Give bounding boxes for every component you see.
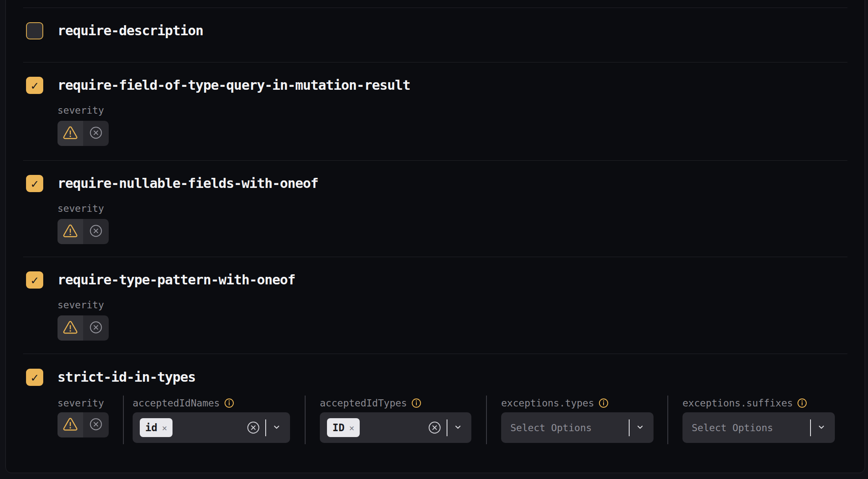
- accepted-id-types-group: acceptedIdTypes ID ✕: [320, 397, 471, 443]
- chip-text: ID: [332, 422, 345, 434]
- warning-triangle-icon: [63, 126, 78, 139]
- accepted-id-names-label: acceptedIdNames: [133, 397, 290, 409]
- clear-selection-icon: [247, 421, 260, 434]
- rule-row-require-nullable-fields-with-oneof: ✓ require-nullable-fields-with-oneof sev…: [23, 160, 847, 257]
- rule-options-row: severity acceptedIdNames: [58, 397, 847, 444]
- accepted-id-names-select[interactable]: id ✕: [133, 412, 290, 443]
- option-label-text: exceptions.types: [501, 398, 594, 409]
- chevron-down-icon: [635, 422, 645, 432]
- select-placeholder: Select Options: [690, 422, 773, 433]
- clear-select-button[interactable]: [247, 421, 260, 434]
- severity-label: severity: [58, 104, 847, 116]
- severity-warn-button[interactable]: [58, 315, 83, 341]
- exceptions-types-group: exceptions.types Select Options: [501, 397, 654, 443]
- select-divider: [447, 419, 447, 436]
- rule-title: require-type-pattern-with-oneof: [58, 271, 295, 289]
- remove-chip-icon[interactable]: ✕: [162, 423, 167, 433]
- group-divider: [123, 396, 124, 444]
- exceptions-types-select[interactable]: Select Options: [501, 412, 654, 443]
- exceptions-suffixes-group: exceptions.suffixes Select Options: [682, 397, 835, 443]
- open-select-button[interactable]: [453, 422, 463, 434]
- remove-chip-icon[interactable]: ✕: [349, 423, 354, 433]
- rule-checkbox[interactable]: ✓: [26, 271, 43, 289]
- info-icon[interactable]: [224, 398, 234, 408]
- accepted-id-types-label: acceptedIdTypes: [320, 397, 471, 409]
- rule-title: require-field-of-type-query-in-mutation-…: [58, 77, 410, 94]
- severity-toggle: [58, 121, 109, 146]
- group-divider: [486, 396, 487, 444]
- clear-selection-icon: [428, 421, 441, 434]
- severity-warn-button[interactable]: [58, 412, 83, 437]
- severity-off-button[interactable]: [83, 412, 109, 437]
- rule-checkbox[interactable]: ✓: [26, 369, 43, 386]
- panel-top-spacer: [23, 0, 847, 8]
- chevron-down-icon: [272, 422, 282, 432]
- open-select-button[interactable]: [272, 422, 282, 434]
- rule-checkbox[interactable]: ✓: [26, 175, 43, 192]
- rule-row-require-field-of-type-query-in-mutation-result: ✓ require-field-of-type-query-in-mutatio…: [23, 62, 847, 160]
- selected-chip: id ✕: [140, 418, 173, 437]
- rule-row-strict-id-in-types: ✓ strict-id-in-types severity acceptedId…: [23, 354, 847, 473]
- accepted-id-types-select[interactable]: ID ✕: [320, 412, 471, 443]
- accepted-id-names-group: acceptedIdNames id ✕: [133, 397, 290, 443]
- rule-title: strict-id-in-types: [58, 369, 196, 386]
- circle-x-icon: [89, 418, 102, 431]
- chip-text: id: [145, 422, 157, 434]
- severity-toggle: [58, 412, 109, 437]
- info-icon[interactable]: [411, 398, 421, 408]
- option-label-text: exceptions.suffixes: [682, 398, 793, 409]
- rule-checkbox[interactable]: ✓: [26, 77, 43, 94]
- info-icon[interactable]: [797, 398, 807, 408]
- severity-warn-button[interactable]: [58, 121, 83, 146]
- info-icon[interactable]: [411, 398, 421, 408]
- severity-off-button[interactable]: [83, 315, 109, 341]
- severity-warn-button[interactable]: [58, 219, 83, 244]
- severity-group: severity: [58, 397, 123, 437]
- severity-label: severity: [58, 203, 847, 214]
- chevron-down-icon: [816, 422, 826, 432]
- warning-triangle-icon: [63, 321, 78, 334]
- select-divider: [629, 419, 630, 436]
- warning-triangle-icon: [63, 418, 78, 431]
- exceptions-suffixes-select[interactable]: Select Options: [682, 412, 835, 443]
- rule-row-require-type-pattern-with-oneof: ✓ require-type-pattern-with-oneof severi…: [23, 257, 847, 354]
- option-label-text: acceptedIdTypes: [320, 398, 407, 409]
- select-divider: [810, 419, 811, 436]
- severity-label: severity: [58, 397, 123, 409]
- warning-triangle-icon: [63, 224, 78, 237]
- rule-title: require-description: [58, 22, 203, 39]
- chevron-down-icon: [453, 422, 463, 432]
- severity-off-button[interactable]: [83, 219, 109, 244]
- circle-x-icon: [89, 224, 102, 237]
- open-select-button[interactable]: [635, 422, 645, 434]
- exceptions-types-label: exceptions.types: [501, 397, 654, 409]
- lint-rules-panel: require-description ✓ require-field-of-t…: [5, 0, 865, 473]
- select-placeholder: Select Options: [508, 422, 592, 433]
- info-icon[interactable]: [599, 398, 609, 408]
- severity-label: severity: [58, 299, 847, 311]
- exceptions-suffixes-label: exceptions.suffixes: [682, 397, 835, 409]
- rule-title: require-nullable-fields-with-oneof: [58, 175, 318, 192]
- selected-chip: ID ✕: [327, 418, 360, 437]
- info-icon[interactable]: [797, 398, 807, 408]
- info-icon[interactable]: [599, 398, 609, 408]
- option-label-text: acceptedIdNames: [133, 398, 220, 409]
- group-divider: [305, 396, 306, 444]
- info-icon[interactable]: [224, 398, 234, 408]
- severity-off-button[interactable]: [83, 121, 109, 146]
- clear-select-button[interactable]: [428, 421, 441, 434]
- rule-row-require-description: require-description: [23, 8, 847, 62]
- rule-checkbox[interactable]: [26, 22, 43, 39]
- select-divider: [265, 419, 266, 436]
- severity-toggle: [58, 315, 109, 341]
- severity-toggle: [58, 219, 109, 244]
- circle-x-icon: [89, 126, 102, 139]
- group-divider: [667, 396, 668, 444]
- open-select-button[interactable]: [816, 422, 826, 434]
- circle-x-icon: [89, 321, 102, 334]
